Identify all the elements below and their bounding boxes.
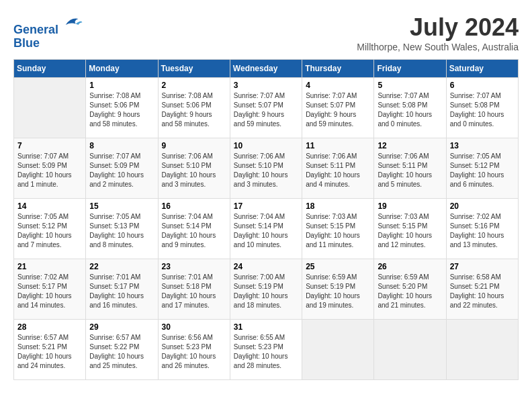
day-number: 23 [162, 262, 226, 271]
day-info: Sunrise: 7:07 AMSunset: 5:08 PMDaylight:… [450, 91, 515, 129]
calendar-cell: 15Sunrise: 7:05 AMSunset: 5:13 PMDayligh… [86, 199, 158, 259]
day-number: 2 [162, 81, 226, 90]
day-number: 10 [234, 141, 298, 150]
calendar-cell: 28Sunrise: 6:57 AMSunset: 5:21 PMDayligh… [14, 320, 86, 380]
calendar-week-row: 14Sunrise: 7:05 AMSunset: 5:12 PMDayligh… [14, 199, 519, 259]
day-header-saturday: Saturday [446, 60, 518, 78]
calendar-cell: 31Sunrise: 6:55 AMSunset: 5:23 PMDayligh… [230, 320, 302, 380]
day-number: 17 [234, 201, 298, 211]
day-number: 14 [17, 201, 82, 211]
day-header-wednesday: Wednesday [230, 60, 302, 78]
calendar-cell: 4Sunrise: 7:07 AMSunset: 5:07 PMDaylight… [302, 78, 374, 138]
calendar-cell: 22Sunrise: 7:01 AMSunset: 5:17 PMDayligh… [86, 259, 158, 320]
calendar-cell: 14Sunrise: 7:05 AMSunset: 5:12 PMDayligh… [14, 199, 86, 259]
calendar-cell: 8Sunrise: 7:07 AMSunset: 5:09 PMDaylight… [86, 138, 158, 199]
day-number: 26 [378, 262, 442, 271]
calendar-cell: 25Sunrise: 6:59 AMSunset: 5:19 PMDayligh… [302, 259, 374, 320]
day-number: 28 [17, 322, 82, 332]
day-info: Sunrise: 7:05 AMSunset: 5:13 PMDaylight:… [89, 212, 154, 250]
logo: General Blue [13, 13, 83, 50]
calendar-cell: 19Sunrise: 7:03 AMSunset: 5:15 PMDayligh… [374, 199, 446, 259]
calendar-cell: 12Sunrise: 7:06 AMSunset: 5:11 PMDayligh… [374, 138, 446, 199]
title-section: July 2024 Millthorpe, New South Wales, A… [357, 13, 519, 52]
day-number: 25 [306, 262, 370, 271]
day-number: 5 [378, 81, 442, 90]
calendar-cell: 30Sunrise: 6:56 AMSunset: 5:23 PMDayligh… [158, 320, 230, 380]
calendar-cell: 9Sunrise: 7:06 AMSunset: 5:10 PMDaylight… [158, 138, 230, 199]
day-header-thursday: Thursday [302, 60, 374, 78]
logo-bird-icon [63, 13, 83, 34]
calendar-cell: 21Sunrise: 7:02 AMSunset: 5:17 PMDayligh… [14, 259, 86, 320]
day-number: 24 [234, 262, 298, 271]
day-number: 29 [89, 322, 154, 332]
calendar-cell: 23Sunrise: 7:01 AMSunset: 5:18 PMDayligh… [158, 259, 230, 320]
day-info: Sunrise: 7:06 AMSunset: 5:11 PMDaylight:… [378, 152, 442, 189]
day-header-tuesday: Tuesday [158, 60, 230, 78]
day-number: 16 [162, 201, 226, 211]
day-info: Sunrise: 7:00 AMSunset: 5:19 PMDaylight:… [234, 273, 298, 310]
page-header: General Blue July 2024 Millthorpe, New S… [13, 13, 519, 52]
day-info: Sunrise: 7:06 AMSunset: 5:10 PMDaylight:… [234, 152, 298, 189]
calendar-cell: 3Sunrise: 7:07 AMSunset: 5:07 PMDaylight… [230, 78, 302, 138]
calendar-table: SundayMondayTuesdayWednesdayThursdayFrid… [13, 59, 519, 380]
day-number: 1 [89, 81, 154, 90]
day-info: Sunrise: 6:57 AMSunset: 5:21 PMDaylight:… [17, 333, 82, 371]
calendar-cell: 20Sunrise: 7:02 AMSunset: 5:16 PMDayligh… [446, 199, 518, 259]
day-number: 21 [17, 262, 82, 271]
calendar-week-row: 7Sunrise: 7:07 AMSunset: 5:09 PMDaylight… [14, 138, 519, 199]
day-number: 31 [234, 322, 298, 332]
logo-general: General [13, 23, 58, 36]
calendar-cell [302, 320, 374, 380]
calendar-week-row: 1Sunrise: 7:08 AMSunset: 5:06 PMDaylight… [14, 78, 519, 138]
day-info: Sunrise: 7:03 AMSunset: 5:15 PMDaylight:… [378, 212, 442, 250]
day-number: 15 [89, 201, 154, 211]
calendar-cell: 10Sunrise: 7:06 AMSunset: 5:10 PMDayligh… [230, 138, 302, 199]
calendar-cell: 11Sunrise: 7:06 AMSunset: 5:11 PMDayligh… [302, 138, 374, 199]
day-number: 11 [306, 141, 370, 150]
day-header-sunday: Sunday [14, 60, 86, 78]
day-number: 12 [378, 141, 442, 150]
day-info: Sunrise: 7:02 AMSunset: 5:16 PMDaylight:… [450, 212, 515, 250]
day-info: Sunrise: 7:08 AMSunset: 5:06 PMDaylight:… [89, 91, 154, 129]
calendar-cell [446, 320, 518, 380]
day-info: Sunrise: 6:56 AMSunset: 5:23 PMDaylight:… [162, 333, 226, 371]
day-info: Sunrise: 6:59 AMSunset: 5:20 PMDaylight:… [378, 273, 442, 310]
day-info: Sunrise: 7:07 AMSunset: 5:09 PMDaylight:… [89, 152, 154, 189]
day-number: 6 [450, 81, 515, 90]
day-number: 4 [306, 81, 370, 90]
day-number: 9 [162, 141, 226, 150]
day-info: Sunrise: 6:55 AMSunset: 5:23 PMDaylight:… [234, 333, 298, 371]
day-number: 13 [450, 141, 515, 150]
logo-blue: Blue [13, 37, 83, 50]
day-header-monday: Monday [86, 60, 158, 78]
calendar-cell: 17Sunrise: 7:04 AMSunset: 5:14 PMDayligh… [230, 199, 302, 259]
day-number: 3 [234, 81, 298, 90]
day-number: 20 [450, 201, 515, 211]
day-info: Sunrise: 7:04 AMSunset: 5:14 PMDaylight:… [162, 212, 226, 250]
day-info: Sunrise: 7:07 AMSunset: 5:07 PMDaylight:… [306, 91, 370, 129]
day-info: Sunrise: 7:06 AMSunset: 5:10 PMDaylight:… [162, 152, 226, 189]
calendar-cell: 29Sunrise: 6:57 AMSunset: 5:22 PMDayligh… [86, 320, 158, 380]
day-number: 7 [17, 141, 82, 150]
day-number: 19 [378, 201, 442, 211]
day-info: Sunrise: 7:05 AMSunset: 5:12 PMDaylight:… [450, 152, 515, 189]
calendar-cell [14, 78, 86, 138]
day-info: Sunrise: 7:07 AMSunset: 5:09 PMDaylight:… [17, 152, 82, 189]
calendar-cell: 5Sunrise: 7:07 AMSunset: 5:08 PMDaylight… [374, 78, 446, 138]
calendar-cell: 1Sunrise: 7:08 AMSunset: 5:06 PMDaylight… [86, 78, 158, 138]
calendar-cell: 18Sunrise: 7:03 AMSunset: 5:15 PMDayligh… [302, 199, 374, 259]
calendar-cell: 24Sunrise: 7:00 AMSunset: 5:19 PMDayligh… [230, 259, 302, 320]
day-number: 30 [162, 322, 226, 332]
calendar-cell: 2Sunrise: 7:08 AMSunset: 5:06 PMDaylight… [158, 78, 230, 138]
day-info: Sunrise: 6:59 AMSunset: 5:19 PMDaylight:… [306, 273, 370, 310]
calendar-week-row: 21Sunrise: 7:02 AMSunset: 5:17 PMDayligh… [14, 259, 519, 320]
calendar-cell: 27Sunrise: 6:58 AMSunset: 5:21 PMDayligh… [446, 259, 518, 320]
calendar-cell: 16Sunrise: 7:04 AMSunset: 5:14 PMDayligh… [158, 199, 230, 259]
day-info: Sunrise: 6:57 AMSunset: 5:22 PMDaylight:… [89, 333, 154, 371]
day-info: Sunrise: 6:58 AMSunset: 5:21 PMDaylight:… [450, 273, 515, 310]
day-number: 22 [89, 262, 154, 271]
day-info: Sunrise: 7:07 AMSunset: 5:08 PMDaylight:… [378, 91, 442, 129]
day-info: Sunrise: 7:01 AMSunset: 5:17 PMDaylight:… [89, 273, 154, 310]
calendar-cell: 13Sunrise: 7:05 AMSunset: 5:12 PMDayligh… [446, 138, 518, 199]
calendar-cell: 7Sunrise: 7:07 AMSunset: 5:09 PMDaylight… [14, 138, 86, 199]
